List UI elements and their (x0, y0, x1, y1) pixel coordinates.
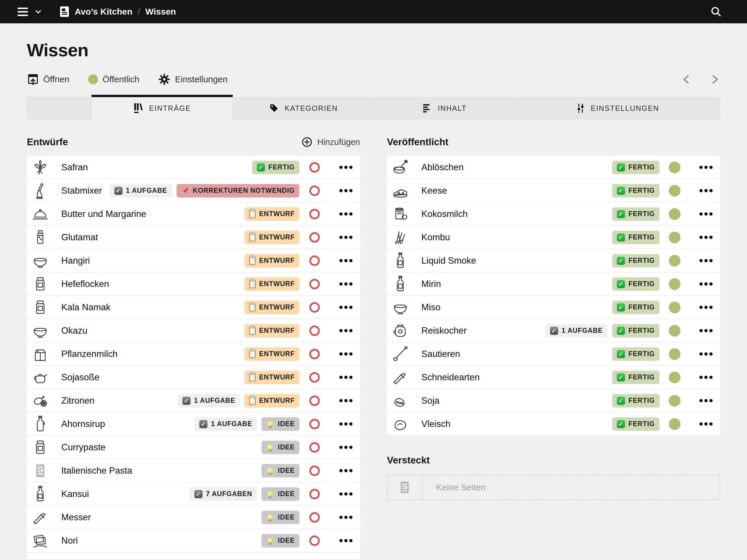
row-menu-button[interactable] (339, 208, 353, 220)
unpublished-indicator[interactable] (309, 512, 320, 523)
list-item[interactable]: OkazuENTWURF (27, 319, 360, 342)
row-menu-button[interactable] (339, 418, 353, 430)
list-item[interactable]: Mirin✓FERTIG (387, 273, 720, 295)
row-menu-button[interactable] (699, 301, 713, 313)
row-menu-button[interactable] (699, 348, 713, 360)
unpublished-indicator[interactable] (309, 279, 320, 289)
list-item[interactable]: Kansui✓7 AUFGABENIDEE (27, 483, 360, 505)
published-indicator[interactable] (669, 418, 680, 430)
add-page-button[interactable]: Hinzufügen (302, 136, 360, 148)
prev-page-button[interactable] (681, 74, 691, 85)
published-indicator[interactable] (669, 208, 680, 220)
published-indicator[interactable] (669, 278, 680, 290)
search-icon[interactable] (710, 5, 722, 18)
row-menu-button[interactable] (339, 301, 353, 313)
row-menu-button[interactable] (699, 395, 713, 407)
unpublished-indicator[interactable] (309, 256, 320, 266)
row-menu-button[interactable] (339, 278, 353, 290)
list-item[interactable]: HefeflockenENTWURF (27, 273, 360, 295)
published-indicator[interactable] (669, 185, 680, 196)
row-menu-button[interactable] (339, 232, 353, 243)
breadcrumb-current[interactable]: Wissen (145, 7, 176, 17)
row-menu-button[interactable] (699, 208, 713, 220)
row-menu-button[interactable] (339, 348, 353, 360)
row-menu-button[interactable] (339, 512, 353, 523)
published-indicator[interactable] (669, 301, 680, 313)
row-menu-button[interactable] (339, 488, 353, 500)
row-menu-button[interactable] (339, 162, 353, 173)
tab-entries[interactable]: EINTRÄGE (91, 95, 233, 119)
list-item[interactable]: Sautieren✓FERTIG (387, 343, 720, 365)
tab-categories[interactable]: KATEGORIEN (233, 97, 374, 119)
row-menu-button[interactable] (699, 418, 713, 430)
published-indicator[interactable] (669, 255, 680, 267)
unpublished-indicator[interactable] (309, 302, 320, 313)
list-item[interactable]: Stabmixer✓1 AUFGABEKORREKTUREN NOTWENDIG (27, 179, 360, 202)
list-item[interactable]: Vleisch✓FERTIG (387, 413, 720, 435)
unpublished-indicator[interactable] (309, 325, 320, 336)
row-menu-button[interactable] (339, 185, 353, 196)
list-item[interactable]: Miso✓FERTIG (387, 296, 720, 319)
row-menu-button[interactable] (699, 325, 713, 337)
published-indicator[interactable] (669, 232, 680, 243)
row-menu-button[interactable] (339, 372, 353, 383)
published-indicator[interactable] (669, 372, 680, 383)
row-menu-button[interactable] (339, 535, 353, 546)
tab-content[interactable]: INHALT (374, 97, 515, 119)
list-item[interactable]: SojasoßeENTWURF (27, 366, 360, 389)
settings-button[interactable]: Einstellungen (158, 73, 228, 85)
list-item[interactable]: Kala NamakENTWURF (27, 296, 360, 319)
list-item[interactable]: Reiskocher✓1 AUFGABE✓FERTIG (387, 319, 720, 342)
unpublished-indicator[interactable] (309, 162, 320, 173)
list-item[interactable]: Butter und MargarineENTWURF (27, 203, 360, 225)
chevron-down-icon[interactable] (34, 8, 42, 16)
visibility-button[interactable]: Öffentlich (88, 74, 139, 84)
list-item[interactable]: HangiriENTWURF (27, 249, 360, 272)
row-menu-button[interactable] (699, 255, 713, 267)
list-item[interactable]: MesserIDEE (27, 506, 360, 529)
row-menu-button[interactable] (339, 442, 353, 453)
unpublished-indicator[interactable] (309, 442, 320, 453)
list-item[interactable]: Italienische PastaIDEE (27, 459, 360, 482)
list-item[interactable]: Kombu✓FERTIG (387, 226, 720, 248)
row-menu-button[interactable] (699, 232, 713, 243)
unpublished-indicator[interactable] (309, 209, 320, 219)
list-item[interactable]: Kokosmilch✓FERTIG (387, 203, 720, 225)
unpublished-indicator[interactable] (309, 372, 320, 383)
unpublished-indicator[interactable] (309, 349, 320, 359)
published-indicator[interactable] (669, 348, 680, 360)
published-indicator[interactable] (669, 325, 680, 337)
published-indicator[interactable] (669, 395, 680, 407)
list-item[interactable]: Schneidearten✓FERTIG (387, 366, 720, 389)
open-button[interactable]: Öffnen (27, 73, 70, 86)
list-item[interactable]: Ahornsirup✓1 AUFGABEIDEE (27, 413, 360, 435)
list-item[interactable]: Soja✓FERTIG (387, 390, 720, 412)
row-menu-button[interactable] (339, 255, 353, 267)
list-item[interactable]: Zitronen✓1 AUFGABEENTWURF (27, 390, 360, 412)
list-item[interactable]: NoriIDEE (27, 529, 360, 552)
tab-settings[interactable]: EINSTELLUNGEN (515, 97, 720, 119)
unpublished-indicator[interactable] (309, 535, 320, 546)
list-item[interactable]: Safran✓FERTIG (27, 156, 360, 179)
row-menu-button[interactable] (339, 465, 353, 477)
hamburger-menu-button[interactable] (18, 7, 28, 16)
row-menu-button[interactable] (699, 162, 713, 173)
list-item[interactable]: GlutamatENTWURF (27, 226, 360, 248)
row-menu-button[interactable] (339, 395, 353, 407)
unpublished-indicator[interactable] (309, 186, 320, 196)
row-menu-button[interactable] (699, 185, 713, 196)
list-item[interactable]: Liquid Smoke✓FERTIG (387, 249, 720, 272)
unpublished-indicator[interactable] (309, 419, 320, 429)
list-item[interactable]: PflanzenmilchENTWURF (27, 343, 360, 365)
row-menu-button[interactable] (699, 278, 713, 290)
unpublished-indicator[interactable] (309, 396, 320, 406)
unpublished-indicator[interactable] (309, 465, 320, 476)
row-menu-button[interactable] (699, 372, 713, 383)
list-item[interactable]: Ablöschen✓FERTIG (387, 156, 720, 179)
list-item[interactable]: CurrypasteIDEE (27, 436, 360, 458)
next-page-button[interactable] (710, 74, 720, 85)
row-menu-button[interactable] (339, 325, 353, 337)
breadcrumb-root[interactable]: Avo’s Kitchen (75, 7, 132, 17)
unpublished-indicator[interactable] (309, 489, 320, 499)
published-indicator[interactable] (669, 162, 680, 173)
